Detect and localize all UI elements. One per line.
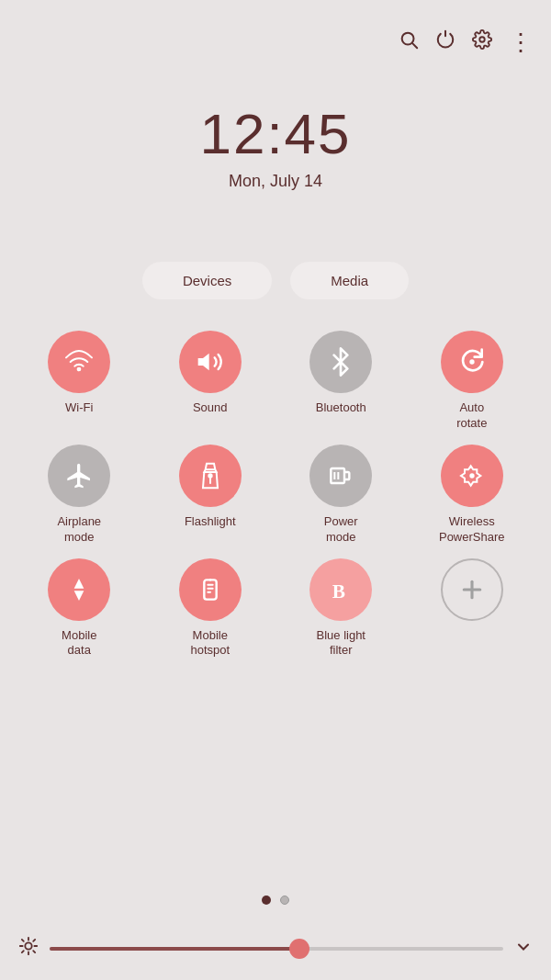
- brightness-track[interactable]: [50, 947, 503, 951]
- svg-line-1: [412, 43, 417, 48]
- svg-text:B: B: [332, 580, 345, 603]
- search-icon[interactable]: [399, 29, 419, 55]
- auto-rotate-toggle[interactable]: Autorotate: [411, 331, 534, 432]
- power-mode-label: Powermode: [324, 514, 358, 546]
- svg-line-20: [33, 951, 35, 952]
- svg-point-14: [25, 942, 31, 949]
- flashlight-circle: [179, 445, 242, 507]
- power-mode-circle: [309, 445, 372, 507]
- mobile-data-label: Mobiledata: [62, 628, 96, 659]
- page-dot-2[interactable]: [280, 896, 289, 905]
- power-mode-toggle[interactable]: Powermode: [280, 445, 402, 546]
- add-more-circle: [441, 558, 503, 621]
- blue-light-filter-circle: B: [309, 558, 372, 621]
- brightness-fill: [50, 947, 299, 951]
- media-button[interactable]: Media: [290, 262, 409, 299]
- brightness-bar: [0, 936, 551, 962]
- airplane-mode-label: Airplanemode: [57, 514, 101, 546]
- bluetooth-circle: [309, 331, 372, 393]
- svg-line-21: [22, 951, 24, 952]
- clock-area: 12:45 Mon, July 14: [0, 101, 551, 191]
- wireless-powershare-label: WirelessPowerShare: [439, 514, 505, 546]
- brightness-chevron-icon[interactable]: [514, 938, 533, 961]
- svg-point-2: [479, 37, 485, 42]
- wireless-powershare-toggle[interactable]: WirelessPowerShare: [411, 445, 534, 546]
- clock-date: Mon, July 14: [0, 172, 551, 191]
- wifi-circle: [48, 331, 110, 393]
- quick-buttons: Devices Media: [0, 262, 551, 299]
- airplane-mode-toggle[interactable]: Airplanemode: [18, 445, 141, 546]
- wifi-toggle[interactable]: Wi-Fi: [18, 331, 141, 432]
- toggle-grid: Wi-Fi Sound Bluetooth Autorotate Airplan…: [0, 331, 551, 659]
- flashlight-label: Flashlight: [185, 514, 236, 530]
- page-dot-1[interactable]: [262, 896, 271, 905]
- devices-button[interactable]: Devices: [142, 262, 272, 299]
- airplane-circle: [48, 445, 110, 507]
- blue-light-filter-label: Blue lightfilter: [317, 628, 365, 659]
- wifi-label: Wi-Fi: [65, 400, 93, 416]
- clock-time: 12:45: [0, 101, 551, 166]
- mobile-hotspot-toggle[interactable]: Mobilehotspot: [150, 558, 272, 659]
- settings-icon[interactable]: [472, 29, 492, 55]
- bluetooth-toggle[interactable]: Bluetooth: [280, 331, 402, 432]
- mobile-hotspot-circle: [179, 558, 242, 621]
- brightness-sun-icon: [18, 936, 39, 962]
- top-icon-bar: ⋮: [399, 29, 533, 55]
- svg-point-9: [469, 473, 474, 478]
- svg-line-22: [33, 940, 35, 941]
- wireless-powershare-circle: [441, 445, 503, 507]
- page-dots: [0, 896, 551, 905]
- svg-point-5: [208, 473, 212, 478]
- more-options-icon[interactable]: ⋮: [509, 30, 533, 54]
- svg-point-4: [469, 359, 474, 364]
- mobile-data-toggle[interactable]: Mobiledata: [18, 558, 141, 659]
- add-more-toggle[interactable]: [411, 558, 534, 659]
- mobile-hotspot-label: Mobilehotspot: [190, 628, 230, 659]
- svg-rect-10: [204, 580, 216, 599]
- blue-light-filter-toggle[interactable]: B Blue lightfilter: [280, 558, 402, 659]
- sound-toggle[interactable]: Sound: [150, 331, 272, 432]
- mobile-data-circle: [48, 558, 110, 621]
- svg-marker-3: [197, 354, 208, 371]
- svg-line-19: [22, 940, 24, 941]
- bluetooth-label: Bluetooth: [316, 400, 366, 416]
- auto-rotate-circle: [441, 331, 503, 393]
- auto-rotate-label: Autorotate: [456, 400, 487, 432]
- sound-circle: [179, 331, 242, 393]
- flashlight-toggle[interactable]: Flashlight: [150, 445, 272, 546]
- brightness-thumb[interactable]: [289, 939, 309, 959]
- sound-label: Sound: [193, 400, 228, 416]
- power-icon[interactable]: [435, 29, 455, 55]
